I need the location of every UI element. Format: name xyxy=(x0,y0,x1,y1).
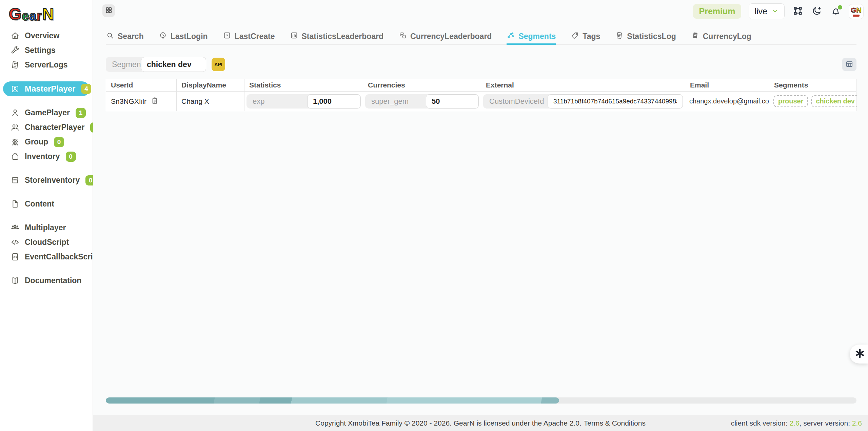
sidebar-item-label: Multiplayer xyxy=(25,223,66,232)
sidebar-item-label: Documentation xyxy=(25,276,81,285)
chevron-down-icon xyxy=(771,7,779,16)
players-table: UserId DisplayName Statistics Currencies… xyxy=(106,79,856,111)
column-header-userid: UserId xyxy=(106,79,177,91)
log-document-icon xyxy=(11,60,20,70)
tab-statisticsleaderboard[interactable]: StatisticsLeaderboard xyxy=(290,30,384,45)
segment-tag[interactable]: prouser xyxy=(773,95,808,107)
sidebar-item-serverlogs[interactable]: ServerLogs xyxy=(0,58,93,72)
segment-tag[interactable]: chicken dev xyxy=(811,95,857,107)
client-sdk-version: 2.6 xyxy=(789,419,799,427)
userid-value: Sn3NGXIilr xyxy=(111,97,146,105)
tab-label: LastCreate xyxy=(235,32,275,41)
search-icon xyxy=(106,31,114,42)
count-badge: 1 xyxy=(76,108,86,118)
sidebar-item-multiplayer[interactable]: Multiplayer xyxy=(0,220,93,235)
tab-statisticslog[interactable]: StatisticsLog xyxy=(615,30,676,45)
sidebar-item-characterplayer[interactable]: CharacterPlayer 0 xyxy=(0,120,93,135)
environment-value: live xyxy=(754,6,767,16)
tab-tags[interactable]: Tags xyxy=(571,30,600,45)
sidebar-item-label: Group xyxy=(25,137,48,146)
sidebar-item-label: Overview xyxy=(25,31,59,40)
column-header-email: Email xyxy=(685,79,769,91)
segment-search-field: Segment xyxy=(106,57,206,72)
tab-search[interactable]: Search xyxy=(106,30,144,45)
person-icon xyxy=(11,108,20,117)
statistic-value-input[interactable] xyxy=(307,94,361,109)
sidebar-item-group[interactable]: Group 0 xyxy=(0,135,93,149)
currency-log-icon xyxy=(691,31,699,42)
dark-mode-button[interactable] xyxy=(811,6,823,17)
code-icon xyxy=(11,238,20,247)
floating-widget-button[interactable] xyxy=(850,345,868,364)
segment-input[interactable] xyxy=(141,57,206,72)
main-area: Premium live xyxy=(93,0,868,431)
tab-currencyleaderboard[interactable]: CurrencyLeaderboard xyxy=(398,30,492,45)
notifications-button[interactable] xyxy=(830,6,842,17)
topbar-right: Premium live xyxy=(693,3,864,19)
displayname-cell: Chang X xyxy=(177,92,244,111)
moon-icon xyxy=(811,5,822,18)
sidebar-item-label: Settings xyxy=(25,46,56,55)
sidebar-item-label: ServerLogs xyxy=(25,60,68,70)
sidebar-item-content[interactable]: Content xyxy=(0,197,93,211)
logo-letter: e xyxy=(22,9,29,22)
copyright-label: Copyright XmobiTea Family © 2020 - 2026.… xyxy=(315,419,581,427)
external-cell: CustomDeviceId xyxy=(481,92,685,111)
topbar: Premium live xyxy=(93,0,868,30)
coins-icon xyxy=(398,31,407,42)
sidebar-item-cloudscript[interactable]: CloudScript xyxy=(0,235,93,250)
apps-grid-button[interactable] xyxy=(102,4,115,17)
sidebar-item-settings[interactable]: Settings xyxy=(0,43,93,58)
sidebar-item-inventory[interactable]: Inventory 0 xyxy=(0,149,93,164)
tab-currencylog[interactable]: CurrencyLog xyxy=(691,30,751,45)
tab-lastlogin[interactable]: LastLogin xyxy=(159,30,208,45)
version-separator: , xyxy=(800,419,804,427)
server-version-label: server version: xyxy=(803,419,852,427)
app-root: G e a r N Overview Settings xyxy=(0,0,868,431)
fullscreen-selection-button[interactable] xyxy=(792,6,804,17)
brand-logo[interactable]: G e a r N xyxy=(0,5,93,28)
external-value-input[interactable] xyxy=(548,94,683,109)
sidebar-item-overview[interactable]: Overview xyxy=(0,28,93,43)
tab-lastcreate[interactable]: LastCreate xyxy=(223,30,275,45)
clipboard-icon xyxy=(151,97,159,106)
file-code-icon xyxy=(11,252,20,261)
sidebar-item-masterplayer[interactable]: MasterPlayer 4 xyxy=(3,81,90,96)
avatar[interactable]: GN xyxy=(849,4,863,19)
segments-cell: prouser chicken dev xyxy=(769,92,857,111)
sidebar-item-label: MasterPlayer xyxy=(25,84,75,94)
environment-select[interactable]: live xyxy=(749,3,785,19)
avatar-logo: GN xyxy=(851,6,862,14)
segments-graph-icon xyxy=(507,31,515,42)
premium-badge[interactable]: Premium xyxy=(693,4,742,19)
table-view-toggle-button[interactable] xyxy=(842,58,856,71)
two-people-icon xyxy=(11,123,20,132)
sidebar-item-gameplayer[interactable]: GamePlayer 1 xyxy=(0,105,93,120)
sidebar-item-storeinventory[interactable]: StoreInventory 0 xyxy=(0,173,93,188)
logo-letter: N xyxy=(42,6,54,22)
terms-link[interactable]: Terms & Conditions xyxy=(584,419,646,427)
sidebar-item-label: EventCallbackScript xyxy=(25,252,100,261)
api-button[interactable]: API xyxy=(212,58,225,71)
userid-cell: Sn3NGXIilr xyxy=(106,92,177,111)
scrollbar-thumb[interactable] xyxy=(106,397,559,404)
sidebar-item-eventcallbackscript[interactable]: EventCallbackScript xyxy=(0,250,93,264)
currency-value-input[interactable] xyxy=(426,94,479,109)
tab-label: Tags xyxy=(583,32,600,41)
count-badge: 0 xyxy=(66,152,76,162)
copy-userid-button[interactable] xyxy=(151,97,159,105)
storefront-icon xyxy=(11,176,20,185)
tab-segments[interactable]: Segments xyxy=(507,30,556,45)
id-badge-icon xyxy=(11,84,20,94)
calendar-clock-icon xyxy=(223,31,231,42)
sidebar-item-label: GamePlayer xyxy=(25,108,70,117)
displayname-value: Chang X xyxy=(181,97,209,105)
column-header-displayname: DisplayName xyxy=(177,79,244,91)
controls-row: Segment API xyxy=(106,57,856,72)
clock-icon xyxy=(159,31,167,42)
horizontal-scrollbar[interactable] xyxy=(106,397,856,404)
currency-field: super_gem xyxy=(365,94,479,109)
sidebar-item-documentation[interactable]: Documentation xyxy=(0,273,93,288)
people-filled-icon xyxy=(11,223,20,232)
group-icon xyxy=(11,137,20,146)
